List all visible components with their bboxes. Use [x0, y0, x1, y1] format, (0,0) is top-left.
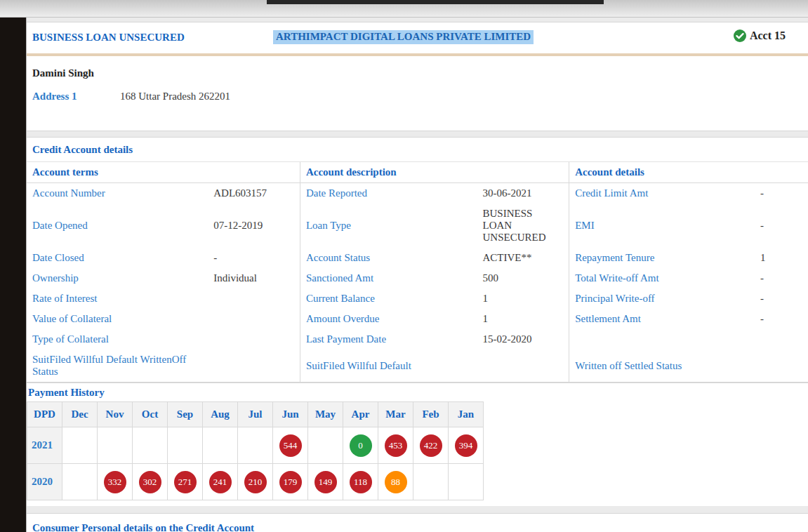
payment-history-table: DPDDecNovOctSepAugJulJunMayAprMarFebJan … [27, 401, 484, 500]
credit-table-row: Rate of InterestCurrent Balance1Principa… [27, 288, 808, 309]
dpd-badge-red: 179 [279, 471, 302, 493]
field-value: - [755, 309, 808, 329]
dpd-badge-red: 422 [420, 434, 442, 457]
field-label: Date Closed [27, 248, 208, 268]
dpd-cell: 332 [98, 464, 133, 500]
field-label: Date Reported [300, 183, 477, 204]
field-value: 07-12-2019 [208, 204, 300, 248]
credit-table-row: Account NumberADL603157Date Reported30-0… [27, 183, 808, 204]
lender-name-highlighted: ARTHIMPACT DIGITAL LOANS PRIVATE LIMITED [273, 30, 534, 44]
field-label: Repayment Tenure [569, 248, 755, 268]
dpd-badge-red: 210 [244, 471, 267, 493]
payment-history-section: Payment History DPDDecNovOctSepAugJulJun… [27, 383, 808, 506]
dpd-cell: 241 [203, 464, 238, 500]
credit-table-row: Date Opened07-12-2019Loan TypeBUSINESS L… [27, 204, 808, 248]
payment-history-column-nov: Nov [98, 402, 133, 427]
payment-history-year: 2020 [27, 464, 62, 500]
field-value: 1 [477, 309, 569, 329]
dpd-cell: 544 [273, 427, 308, 464]
dpd-cell [168, 427, 203, 464]
field-value [208, 309, 300, 329]
credit-table-row: OwnershipIndividualSanctioned Amt500Tota… [27, 268, 808, 288]
dpd-cell [413, 464, 449, 500]
dpd-cell [308, 427, 343, 464]
payment-history-column-oct: Oct [133, 402, 168, 427]
browser-tab-edge [267, 0, 604, 4]
column-header-account-description: Account description [300, 162, 569, 183]
dpd-cell: 271 [168, 464, 203, 500]
field-label: Date Opened [27, 204, 208, 248]
field-label: Rate of Interest [27, 288, 208, 309]
payment-history-column-mar: Mar [378, 402, 413, 427]
payment-history-column-aug: Aug [203, 402, 238, 427]
field-label: Total Write-off Amt [569, 268, 755, 288]
dpd-cell [449, 464, 484, 500]
field-value [477, 350, 569, 382]
dpd-badge-red: 271 [174, 471, 197, 493]
dpd-cell: 0 [343, 427, 378, 464]
field-label: Settlement Amt [569, 309, 755, 329]
account-header-row: BUSINESS LOAN UNSECURED ARTHIMPACT DIGIT… [27, 22, 808, 49]
field-value [208, 350, 300, 382]
payment-history-column-jan: Jan [449, 402, 484, 427]
field-value [208, 288, 300, 309]
consumer-personal-details-card: Consumer Personal details on the Credit … [27, 513, 808, 532]
payment-history-year: 2021 [27, 427, 62, 464]
field-value: Individual [208, 268, 300, 288]
payment-history-header-row: DPDDecNovOctSepAugJulJunMayAprMarFebJan [27, 402, 484, 427]
payment-history-column-apr: Apr [343, 402, 378, 427]
address-row: Address 1 168 Uttar Pradesh 262201 [27, 79, 808, 102]
payment-history-title: Payment History [27, 383, 808, 401]
field-label [569, 329, 755, 350]
field-value: - [208, 248, 300, 268]
field-label: Amount Overdue [300, 309, 477, 329]
column-header-account-terms: Account terms [27, 162, 300, 183]
credit-table-header-row: Account terms Account description Accoun… [27, 162, 808, 183]
credit-table-row: Value of CollateralAmount Overdue1Settle… [27, 309, 808, 329]
payment-history-row-2021: 20215440453422394 [27, 427, 484, 464]
payment-history-column-dec: Dec [62, 402, 98, 427]
credit-table-row: Type of CollateralLast Payment Date15-02… [27, 329, 808, 350]
dpd-cell: 88 [378, 464, 413, 500]
payment-history-column-jun: Jun [273, 402, 308, 427]
field-value: - [755, 268, 808, 288]
field-value [755, 329, 808, 350]
dpd-cell: 302 [133, 464, 168, 500]
dpd-badge-red: 394 [455, 434, 477, 457]
field-label: Account Number [27, 183, 208, 204]
dpd-cell: 179 [273, 464, 308, 500]
dpd-badge-green: 0 [350, 434, 372, 457]
credit-table-row: SuitFiled Willful Default WrittenOff Sta… [27, 350, 808, 382]
dpd-badge-red: 149 [314, 471, 337, 493]
field-label: Sanctioned Amt [300, 268, 477, 288]
field-label: Current Balance [300, 288, 477, 309]
dpd-cell [133, 427, 168, 464]
dpd-badge-orange: 88 [385, 471, 407, 493]
dpd-cell: 422 [413, 427, 449, 464]
field-value: BUSINESS LOAN UNSECURED [477, 204, 569, 248]
payment-history-column-dpd: DPD [27, 402, 62, 427]
dpd-badge-red: 302 [139, 471, 161, 493]
field-label: Account Status [300, 248, 477, 268]
field-label: Written off Settled Status [569, 350, 755, 382]
field-value: - [755, 288, 808, 309]
consumer-personal-details-title: Consumer Personal details on the Credit … [27, 514, 808, 532]
payment-history-column-feb: Feb [413, 402, 449, 427]
dpd-cell: 453 [378, 427, 413, 464]
credit-account-details-title: Credit Account details [27, 138, 808, 161]
field-value: ACTIVE** [477, 248, 569, 268]
field-label: Principal Write-off [569, 288, 755, 309]
credit-report-page: BUSINESS LOAN UNSECURED ARTHIMPACT DIGIT… [26, 18, 808, 532]
dpd-badge-red: 118 [350, 471, 372, 493]
payment-history-column-jul: Jul [238, 402, 273, 427]
field-label: Type of Collateral [27, 329, 208, 350]
address-label: Address 1 [32, 91, 120, 102]
dpd-cell: 394 [449, 427, 484, 464]
field-label: Last Payment Date [300, 329, 477, 350]
account-badge[interactable]: Acct 15 [733, 29, 786, 43]
dpd-badge-red: 544 [279, 434, 302, 457]
field-label: SuitFiled Willful Default [300, 350, 477, 382]
dpd-cell [238, 427, 273, 464]
credit-table-row: Date Closed-Account StatusACTIVE**Repaym… [27, 248, 808, 268]
payment-history-column-may: May [308, 402, 343, 427]
